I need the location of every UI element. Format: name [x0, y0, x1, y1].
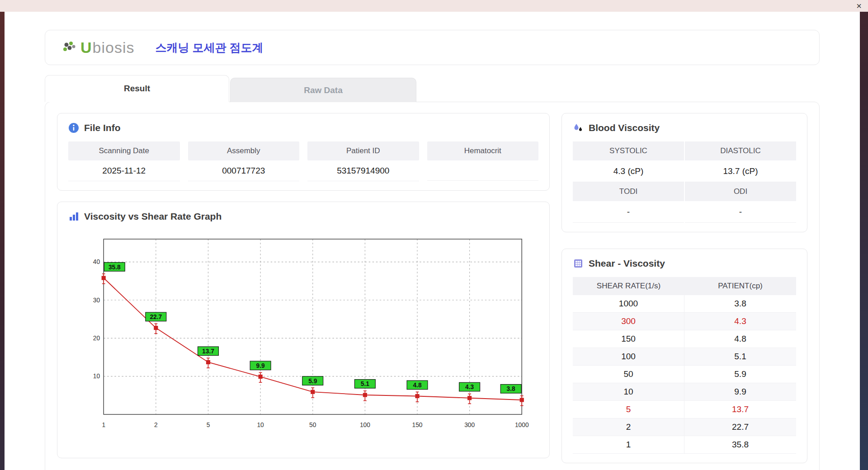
shear-rate-cell: 300: [573, 313, 684, 330]
app-window: U biosis 스캐닝 모세관 점도계 Result Raw Data: [5, 12, 860, 470]
svg-text:3.8: 3.8: [507, 385, 515, 392]
table-row: 505.9: [573, 366, 796, 383]
svg-text:20: 20: [93, 335, 100, 342]
svg-text:30: 30: [93, 297, 100, 304]
file-info-field-3: Hematocrit: [427, 141, 539, 181]
odi-value: -: [685, 201, 796, 223]
svg-text:2: 2: [154, 422, 158, 428]
result-panel: File Info Scanning Date2025-11-12Assembl…: [45, 102, 820, 470]
patient-cell: 35.8: [684, 436, 796, 453]
file-info-label: Scanning Date: [68, 141, 180, 160]
systolic-label: SYSTOLIC: [573, 141, 684, 160]
shear-rate-cell: 150: [573, 330, 684, 348]
svg-text:1000: 1000: [515, 422, 529, 428]
shear-viscosity-title: Shear - Viscosity: [589, 258, 665, 269]
info-icon: [68, 122, 79, 133]
header: U biosis 스캐닝 모세관 점도계: [45, 30, 820, 65]
shear-rate-cell: 1000: [573, 295, 684, 312]
diastolic-value: 13.7 (cP): [685, 160, 796, 182]
shear-table-header: SHEAR RATE(1/s) PATIENT(cp): [573, 277, 796, 295]
shear-viscosity-card: Shear - Viscosity SHEAR RATE(1/s) PATIEN…: [561, 249, 807, 463]
diastolic-label: DIASTOLIC: [685, 141, 796, 160]
svg-text:5.9: 5.9: [308, 378, 317, 385]
shear-rate-cell: 2: [573, 418, 684, 436]
shear-rate-cell: 10: [573, 383, 684, 400]
ubiosis-logo-icon: [62, 41, 78, 55]
svg-text:13.7: 13.7: [202, 348, 214, 355]
graph-title: Viscosity vs Shear Rate Graph: [84, 211, 222, 222]
odi-label: ODI: [685, 182, 796, 201]
shear-rate-cell: 50: [573, 366, 684, 383]
file-info-title: File Info: [84, 122, 121, 133]
table-row: 1005.1: [573, 348, 796, 366]
table-row: 513.7: [573, 401, 796, 418]
shear-table-body: 10003.83004.31504.81005.1505.9109.9513.7…: [573, 295, 796, 454]
patient-cell: 13.7: [684, 401, 796, 418]
svg-text:35.8: 35.8: [108, 264, 121, 271]
svg-text:9.9: 9.9: [256, 362, 265, 369]
svg-text:1: 1: [102, 422, 105, 428]
svg-text:100: 100: [360, 422, 370, 428]
page-title: 스캐닝 모세관 점도계: [156, 40, 264, 55]
todi-label: TODI: [573, 182, 684, 201]
blood-viscosity-title: Blood Viscosity: [589, 122, 660, 133]
tab-bar: Result Raw Data: [45, 75, 820, 102]
shear-rate-cell: 1: [573, 436, 684, 453]
file-info-value: 000717723: [188, 160, 300, 181]
patient-cell: 5.1: [684, 348, 796, 365]
logo-text-rest: biosis: [93, 39, 135, 56]
file-info-value: [427, 160, 539, 181]
patient-cell: 5.9: [684, 366, 796, 383]
patient-cell: 4.3: [684, 313, 796, 330]
systolic-value: 4.3 (cP): [573, 160, 684, 182]
patient-column-header: PATIENT(cp): [684, 277, 796, 295]
svg-text:10: 10: [257, 422, 264, 428]
close-icon[interactable]: ×: [856, 1, 862, 10]
file-info-card: File Info Scanning Date2025-11-12Assembl…: [57, 113, 550, 191]
blood-drops-icon: [573, 122, 584, 133]
grid-table-icon: [573, 258, 584, 269]
table-row: 10003.8: [573, 295, 796, 313]
file-info-label: Hematocrit: [427, 141, 539, 160]
todi-value: -: [573, 201, 684, 223]
svg-text:50: 50: [309, 422, 316, 428]
tab-raw-data[interactable]: Raw Data: [230, 78, 416, 102]
svg-text:10: 10: [93, 373, 100, 380]
file-info-field-0: Scanning Date2025-11-12: [68, 141, 180, 181]
svg-text:22.7: 22.7: [150, 314, 162, 320]
shear-rate-cell: 100: [573, 348, 684, 365]
patient-cell: 3.8: [684, 295, 796, 312]
svg-text:5.1: 5.1: [361, 381, 369, 387]
svg-text:4.3: 4.3: [465, 384, 474, 390]
title-bar: ×: [0, 0, 868, 12]
logo-text-u: U: [80, 39, 92, 56]
file-info-value: 53157914900: [307, 160, 419, 181]
shear-rate-column-header: SHEAR RATE(1/s): [573, 277, 684, 295]
file-info-field-2: Patient ID53157914900: [307, 141, 419, 181]
blood-viscosity-card: Blood Viscosity SYSTOLIC DIASTOLIC 4.3 (…: [561, 113, 807, 232]
tab-result[interactable]: Result: [45, 75, 229, 102]
file-info-field-1: Assembly000717723: [188, 141, 300, 181]
file-info-value: 2025-11-12: [68, 160, 180, 181]
blood-viscosity-table: SYSTOLIC DIASTOLIC 4.3 (cP) 13.7 (cP) TO…: [573, 141, 796, 223]
bar-chart-icon: [68, 211, 79, 222]
patient-cell: 22.7: [684, 418, 796, 436]
file-info-label: Patient ID: [307, 141, 419, 160]
table-row: 1504.8: [573, 330, 796, 348]
patient-cell: 9.9: [684, 383, 796, 400]
viscosity-chart: 102030401251050100150300100035.822.713.7…: [82, 232, 538, 435]
svg-text:300: 300: [464, 422, 475, 428]
ubiosis-logo: U biosis: [62, 39, 135, 56]
table-row: 3004.3: [573, 313, 796, 330]
file-info-label: Assembly: [188, 141, 300, 160]
graph-card: Viscosity vs Shear Rate Graph 1020304012…: [57, 202, 550, 458]
table-row: 222.7: [573, 418, 796, 436]
file-info-fields: Scanning Date2025-11-12Assembly000717723…: [68, 141, 538, 181]
shear-rate-cell: 5: [573, 401, 684, 418]
svg-text:40: 40: [93, 258, 100, 265]
table-row: 109.9: [573, 383, 796, 401]
table-row: 135.8: [573, 436, 796, 454]
svg-text:4.8: 4.8: [413, 382, 421, 389]
patient-cell: 4.8: [684, 330, 796, 348]
svg-text:150: 150: [412, 422, 423, 428]
